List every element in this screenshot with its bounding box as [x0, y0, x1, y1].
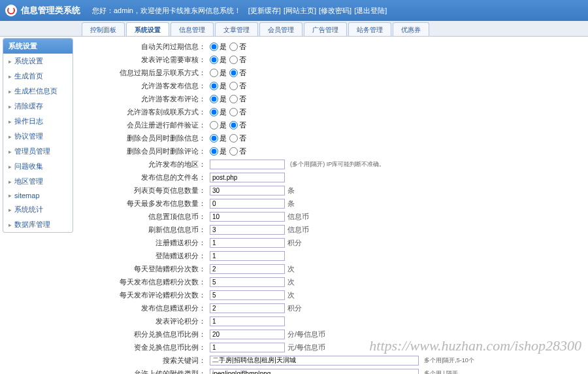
tab-4[interactable]: 会员管理 [259, 22, 302, 36]
radio-option[interactable] [229, 147, 238, 156]
sidebar-item[interactable]: 地区管理 [3, 174, 73, 189]
field-label: 允许游客发布信息： [82, 81, 210, 91]
tab-5[interactable]: 广告管理 [304, 22, 347, 36]
text-input[interactable] [210, 356, 419, 366]
tab-1[interactable]: 系统设置 [126, 22, 169, 36]
field-label: 发布信息赠送积分： [82, 303, 210, 313]
field-label: 会员注册进行邮件验证： [82, 120, 210, 130]
sidebar-title: 系统设置 [3, 39, 73, 54]
field-label: 每天最多发布信息数量： [82, 199, 210, 209]
text-input[interactable] [210, 186, 285, 196]
text-input[interactable] [210, 251, 285, 261]
field-label: 发表评论积分： [82, 316, 210, 326]
tab-2[interactable]: 信息管理 [171, 22, 214, 36]
text-input[interactable] [210, 369, 419, 375]
app-header: 信息管理类系统 您好：admin，欢迎使用卡线推东网信息系统！ [更新缓存][网… [0, 0, 588, 21]
radio-option[interactable] [229, 121, 238, 129]
sidebar-item[interactable]: 清除缓存 [3, 99, 73, 114]
field-label: 允许发布的地区： [82, 160, 210, 169]
sidebar: 系统设置 系统设置生成首页生成栏信息页清除缓存操作日志协议管理管理员管理问题收集… [3, 38, 73, 233]
tab-3[interactable]: 文章管理 [215, 22, 258, 36]
text-input[interactable] [210, 199, 285, 209]
field-label: 允许上传的附件类型： [82, 369, 210, 375]
field-label: 每天登陆赠积分次数： [82, 264, 210, 274]
field-label: 允许游客刻或联系方式： [82, 107, 210, 117]
field-label: 删除会员同时删除信息： [82, 133, 210, 143]
sidebar-item[interactable]: 操作日志 [3, 114, 73, 129]
radio-option[interactable] [229, 56, 238, 64]
main-tabs: 控制面板系统设置信息管理文章管理会员管理广告管理站务管理优惠券 [0, 21, 588, 37]
sidebar-item[interactable]: 管理员管理 [3, 144, 73, 159]
logo-icon [5, 5, 17, 16]
text-input[interactable] [210, 303, 285, 313]
field-label: 发布信息的文件名： [82, 173, 210, 182]
radio-option[interactable] [210, 56, 218, 64]
field-label: 自动关闭过期信息： [82, 42, 210, 52]
text-input[interactable] [210, 330, 285, 339]
sidebar-item[interactable]: 问题收集 [3, 159, 73, 174]
field-label: 每天发布信息赠积分次数： [82, 277, 210, 287]
text-input[interactable] [210, 173, 285, 182]
header-link[interactable]: [修改密码] [319, 7, 351, 14]
tab-6[interactable]: 站务管理 [348, 22, 391, 36]
field-label: 列表页每页信息数量： [82, 186, 210, 196]
sidebar-item[interactable]: 生成首页 [3, 69, 73, 84]
field-label: 资金兑换信息币比例： [82, 343, 210, 352]
sidebar-item[interactable]: sitemap [3, 189, 73, 202]
radio-option[interactable] [229, 82, 238, 90]
radio-option[interactable] [210, 82, 218, 90]
radio-option[interactable] [210, 42, 218, 51]
text-input[interactable] [210, 343, 285, 352]
radio-option[interactable] [229, 69, 238, 77]
welcome-text: 您好：admin，欢迎使用卡线推东网信息系统！ [92, 7, 241, 14]
logo: 信息管理类系统 [5, 5, 80, 16]
text-input[interactable] [210, 316, 285, 326]
sidebar-item[interactable]: 系统设置 [3, 54, 73, 69]
field-label: 登陆赠送积分： [82, 251, 210, 261]
field-label: 积分兑换信息币比例： [82, 330, 210, 339]
text-input[interactable] [210, 290, 285, 300]
radio-option[interactable] [210, 69, 218, 77]
radio-option[interactable] [229, 134, 238, 143]
radio-option[interactable] [229, 108, 238, 116]
top-links: 您好：admin，欢迎使用卡线推东网信息系统！ [更新缓存][网站主页][修改密… [92, 6, 392, 16]
field-label: 搜索关键词： [82, 356, 210, 366]
sidebar-item[interactable]: 系统统计 [3, 202, 73, 217]
radio-option[interactable] [210, 147, 218, 156]
tab-0[interactable]: 控制面板 [82, 22, 125, 36]
text-input[interactable] [210, 264, 285, 274]
field-label: 信息过期后显示联系方式： [82, 68, 210, 78]
radio-option[interactable] [229, 42, 238, 51]
field-label: 允许游客发布评论： [82, 94, 210, 104]
sidebar-item[interactable]: 数据库管理 [3, 217, 73, 232]
main-panel: 自动关闭过期信息：是 否发表评论需要审核：是 否信息过期后显示联系方式：是 否允… [77, 37, 588, 374]
radio-option[interactable] [210, 95, 218, 103]
sidebar-item[interactable]: 协议管理 [3, 129, 73, 144]
field-label: 注册赠送积分： [82, 238, 210, 248]
radio-option[interactable] [210, 108, 218, 116]
field-label: 发表评论需要审核： [82, 55, 210, 65]
field-label: 每天发布评论赠积分次数： [82, 290, 210, 300]
field-label: 刷新信息信息币： [82, 225, 210, 235]
header-link[interactable]: [网站主页] [284, 7, 316, 14]
field-label: 删除会员同时删除评论： [82, 146, 210, 156]
text-input[interactable] [210, 225, 285, 235]
field-label: 信息置顶信息币： [82, 212, 210, 222]
text-input[interactable] [210, 238, 285, 248]
app-title: 信息管理类系统 [21, 5, 80, 16]
text-input[interactable] [210, 277, 285, 287]
text-input[interactable] [210, 212, 285, 222]
header-link[interactable]: [退出登陆] [354, 7, 387, 14]
radio-option[interactable] [229, 95, 238, 103]
header-link[interactable]: [更新缓存] [248, 7, 281, 14]
sidebar-item[interactable]: 生成栏信息页 [3, 84, 73, 99]
radio-option[interactable] [210, 121, 218, 129]
radio-option[interactable] [210, 134, 218, 143]
text-input[interactable] [210, 160, 285, 169]
tab-7[interactable]: 优惠券 [393, 22, 429, 36]
